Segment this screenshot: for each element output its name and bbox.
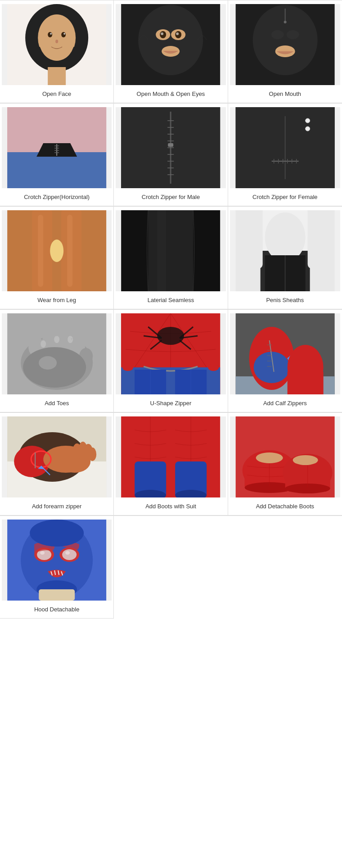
svg-point-103: [122, 364, 133, 371]
open-mouth-svg: [230, 4, 340, 85]
svg-point-28: [284, 21, 286, 23]
image-crotch-male: [116, 107, 225, 188]
svg-point-153: [292, 455, 318, 465]
calf-zippers-svg: [230, 313, 340, 394]
image-wear-leg: [2, 210, 112, 291]
row-crotch-options: Crotch Zipper(Horizontal): [0, 103, 342, 206]
svg-point-98: [157, 327, 184, 345]
svg-point-163: [65, 551, 70, 555]
image-calf-zippers: [230, 313, 340, 394]
item-crotch-female: Crotch Zipper for Female: [228, 104, 342, 206]
svg-rect-75: [244, 233, 262, 269]
svg-rect-76: [307, 233, 325, 269]
svg-point-89: [68, 336, 73, 343]
toes-svg: [2, 313, 112, 394]
item-crotch-horiz: Crotch Zipper(Horizontal): [0, 104, 114, 206]
item-forearm: Add forearm zipper: [0, 413, 114, 515]
svg-rect-71: [157, 210, 166, 291]
crotch-female-svg: [230, 107, 340, 188]
image-open-mouth: [230, 4, 340, 85]
crotch-horiz-svg: [2, 107, 112, 188]
penis-svg: [230, 210, 340, 291]
svg-rect-31: [7, 152, 106, 188]
image-toes: [2, 313, 112, 394]
row-boots-options: Add forearm zipper: [0, 412, 342, 515]
caption-laterial: Laterial Seamless: [147, 295, 195, 303]
item-penis: Penis Sheaths: [228, 207, 342, 309]
svg-rect-68: [67, 215, 72, 287]
svg-rect-6: [48, 67, 66, 85]
svg-point-7: [39, 18, 75, 61]
detachable-boots-svg: [230, 416, 340, 497]
image-penis: [230, 210, 340, 291]
svg-point-8: [48, 32, 52, 37]
svg-point-12: [55, 40, 58, 43]
svg-point-104: [208, 364, 219, 371]
caption-penis: Penis Sheaths: [265, 295, 305, 303]
svg-point-54: [305, 127, 310, 131]
svg-point-90: [23, 347, 86, 388]
svg-point-66: [50, 240, 63, 262]
svg-point-162: [40, 551, 45, 555]
item-ushape: U-Shape Zipper: [114, 310, 228, 412]
caption-crotch-female: Crotch Zipper for Female: [252, 192, 319, 200]
item-crotch-male: Crotch Zipper for Male: [114, 104, 228, 206]
svg-point-91: [39, 356, 57, 370]
caption-detachable-boots: Add Detachable Boots: [255, 501, 315, 510]
svg-rect-67: [38, 215, 43, 287]
svg-rect-164: [39, 589, 75, 601]
svg-rect-119: [287, 372, 323, 394]
svg-point-53: [305, 118, 310, 123]
image-crotch-horiz: [2, 107, 112, 188]
wear-leg-svg: [2, 210, 112, 291]
row-face-options: Open Face: [0, 0, 342, 103]
caption-toes: Add Toes: [44, 398, 70, 407]
svg-point-10: [50, 33, 52, 35]
row-accessories: Add Toes: [0, 309, 342, 412]
caption-ushape: U-Shape Zipper: [149, 398, 193, 407]
svg-rect-50: [168, 143, 173, 147]
item-open-face: Open Face: [0, 0, 114, 103]
svg-point-77: [265, 212, 305, 262]
item-open-mouth: Open Mouth: [228, 0, 342, 103]
svg-point-152: [256, 452, 283, 463]
svg-point-159: [62, 549, 76, 560]
caption-calf-zippers: Add Calf Zippers: [262, 398, 308, 407]
item-hood: Hood Detachable: [0, 516, 114, 619]
image-open-mouth-eyes: [116, 4, 225, 85]
item-wear-leg: Wear from Leg: [0, 207, 114, 309]
item-toes: Add Toes: [0, 310, 114, 412]
crotch-male-svg: [116, 107, 225, 188]
open-mouth-eyes-svg: [116, 4, 225, 85]
caption-hood: Hood Detachable: [33, 604, 80, 613]
image-crotch-female: [230, 107, 340, 188]
svg-point-11: [63, 33, 65, 35]
forearm-svg: [2, 416, 112, 497]
item-laterial: Laterial Seamless: [114, 207, 228, 309]
svg-point-25: [286, 30, 299, 39]
row-hood: Hood Detachable: [0, 515, 342, 619]
open-face-svg: [2, 4, 112, 85]
item-calf-zippers: Add Calf Zippers: [228, 310, 342, 412]
caption-forearm: Add forearm zipper: [31, 501, 83, 510]
caption-crotch-horiz: Crotch Zipper(Horizontal): [23, 192, 90, 200]
svg-point-19: [161, 32, 163, 35]
laterial-svg: [116, 210, 225, 291]
caption-open-mouth: Open Mouth: [268, 89, 302, 97]
caption-wear-leg: Wear from Leg: [36, 295, 77, 303]
svg-point-9: [61, 32, 66, 37]
image-hood: [2, 520, 112, 601]
svg-point-160: [30, 520, 84, 547]
svg-rect-70: [148, 210, 193, 291]
image-laterial: [116, 210, 225, 291]
image-open-face: [2, 4, 112, 85]
caption-open-mouth-eyes: Open Mouth & Open Eyes: [136, 89, 206, 97]
svg-point-88: [54, 336, 59, 343]
item-open-mouth-eyes: Open Mouth & Open Eyes: [114, 0, 228, 103]
product-options-grid: Open Face: [0, 0, 342, 619]
image-forearm: [2, 416, 112, 497]
svg-point-129: [88, 448, 96, 461]
hood-svg: [2, 520, 112, 601]
row-wear-options: Wear from Leg Laterial Seamless: [0, 206, 342, 309]
caption-open-face: Open Face: [41, 89, 72, 97]
